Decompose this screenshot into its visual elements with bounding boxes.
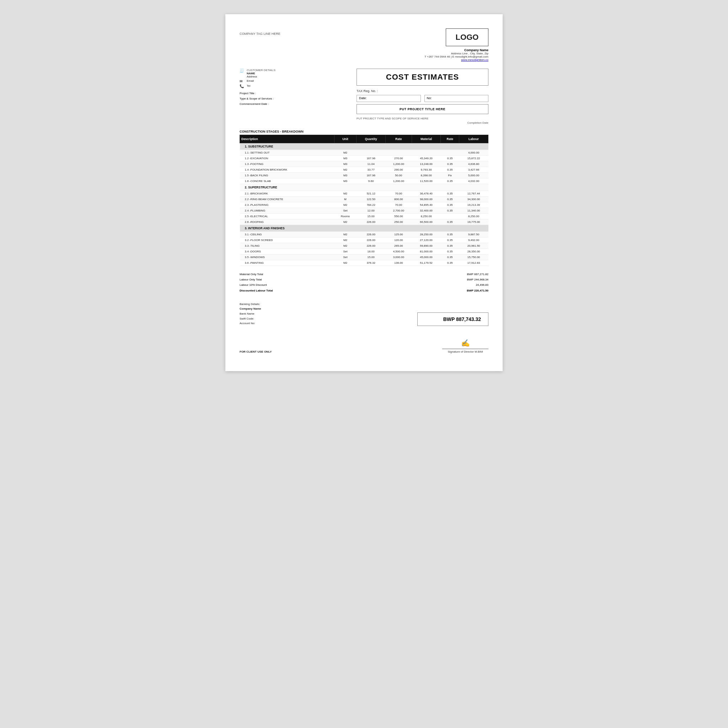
cost-estimates-title: COST ESTIMATES	[361, 72, 485, 82]
th-rate2: Rate	[441, 135, 459, 143]
th-quantity: Quantity	[356, 135, 386, 143]
grand-total-value: BWP 887,743.32	[443, 317, 481, 322]
main-content: 🧾 CUSTOMER DETAILS: NAME Address ✉ Email…	[240, 69, 488, 125]
no-field[interactable]: No:	[424, 95, 488, 102]
banking-bank: Bank Name	[240, 311, 261, 317]
grand-total-section: BWP 887,743.32	[418, 310, 488, 326]
tax-reg: TAX Reg. No. :	[356, 89, 488, 93]
table-row: 3.2 -FLOOR SCREEDM2226.00120.0027,120.00…	[240, 237, 488, 243]
section-header: 2. SUPERSTRUCTURE	[240, 184, 488, 191]
email-icon: ✉	[240, 79, 245, 83]
th-unit: Unit	[334, 135, 356, 143]
table-row: 1.6 -CONCRE SLABM39.601,200.0011,520.000…	[240, 179, 488, 184]
email-label: Email	[247, 79, 254, 83]
material-total-label: Material Only Total	[240, 272, 273, 277]
discounted-labour-value: BWP 220,471.50	[467, 288, 488, 293]
for-client-label: FOR CLIENT USE ONLY	[240, 350, 272, 353]
project-title-box: PUT PROJECT TITLE HERE	[356, 104, 488, 114]
labour-total-value: BWP 244,968.34	[467, 277, 488, 282]
table-row: 3.4 -DOORSSet18.004,500.0081,000.000.352…	[240, 249, 488, 254]
date-no-row: Date: No:	[356, 95, 488, 102]
project-type-label: Type & Scope of Services :	[240, 97, 349, 100]
email-row: ✉ Email	[240, 79, 349, 83]
discount-label: Labour 10% Discount	[240, 282, 273, 288]
table-section: CONSTRUCTION STAGES - BREAKDOWN Descript…	[240, 130, 488, 266]
customer-label-row: 🧾 CUSTOMER DETAILS: NAME Address	[240, 69, 349, 78]
tel-row: 📞 Tel	[240, 84, 349, 88]
company-website: www.mesolightbim.co	[424, 58, 488, 61]
tagline-block: COMPANY TAG LINE HERE	[240, 28, 280, 35]
construction-label: CONSTRUCTION STAGES - BREAKDOWN	[240, 130, 488, 133]
tagline: COMPANY TAG LINE HERE	[240, 32, 280, 35]
banking-block: Banking Details: Company Name Bank Name …	[240, 302, 261, 326]
discount-value: 24,496.83	[467, 282, 488, 288]
table-row: 2.5 -ELECTRICALRooms15.00550.008,250.008…	[240, 214, 488, 219]
project-title-label: Project Title :	[240, 92, 349, 95]
completion-label: Completion Date	[356, 121, 488, 124]
table-row: 3.1 -CEILINGM2226.00125.0028,250.000.359…	[240, 232, 488, 237]
banking-grand-row: Banking Details: Company Name Bank Name …	[240, 297, 488, 326]
material-total-value: BWP 667,271.82	[467, 272, 488, 277]
table-header-row: Description Unit Quantity Rate Material …	[240, 135, 488, 143]
customer-address: Address	[247, 75, 257, 78]
table-row: 2.6 -ROOFINGM2226.00250.0066,500.000.351…	[240, 219, 488, 225]
phone-icon: 📞	[240, 84, 245, 88]
th-rate1: Rate	[385, 135, 411, 143]
signature-label: Signature of Director M.BIM	[442, 350, 488, 353]
th-labour: Labour	[459, 135, 488, 143]
company-info: LOGO Company Name Address Line , City, S…	[424, 28, 488, 61]
totals-right: BWP 667,271.82 BWP 244,968.34 24,496.83 …	[467, 272, 488, 293]
section-header: 1. SUBSTRUCTURE	[240, 143, 488, 150]
cost-estimates-box: COST ESTIMATES	[356, 69, 488, 86]
table-row: 1.5 -BACK FILINGM3167.9650.008,398.00Fix…	[240, 173, 488, 179]
discounted-labour-label: Discounted Labour Total	[240, 288, 273, 293]
signature-block: ✍ Signature of Director M.BIM	[442, 339, 488, 353]
table-row: 1.4 -FOUNDATION BRICKWORKM233.77290.009,…	[240, 167, 488, 173]
th-material: Material	[411, 135, 441, 143]
table-row: 1.2 -EXCAVATIONM3167.96270.0045,349.200.…	[240, 156, 488, 161]
table-row: 2.2 -RING BEAM CONCRETEM122.50800.0098,0…	[240, 197, 488, 202]
grand-total-box: BWP 887,743.32	[418, 312, 488, 326]
table-row: 2.1 -BRICKWORKM2521.1270.0036,478.400.35…	[240, 191, 488, 197]
project-type-value: PUT PROJECT TYPE AND SCOPE OF SERVICE HE…	[356, 117, 488, 120]
customer-label: CUSTOMER DETAILS: NAME Address	[247, 69, 276, 78]
company-name: Company Name	[424, 48, 488, 52]
table-row: 1.1 -SETTING OUTM24,000.00	[240, 150, 488, 156]
th-description: Description	[240, 135, 335, 143]
header: COMPANY TAG LINE HERE LOGO Company Name …	[240, 28, 488, 61]
table-row: 3.5 -WINDOWSSet15.003,000.0045,000.000.3…	[240, 254, 488, 260]
customer-icon: 🧾	[240, 69, 245, 72]
banking-company: Company Name	[240, 306, 261, 311]
title-block: COST ESTIMATES TAX Reg. No. : Date: No: …	[356, 69, 488, 125]
commencement-label: Commencement Date :	[240, 102, 349, 106]
company-address: Address Line , City, State, Zip	[424, 52, 488, 55]
cost-table: Description Unit Quantity Rate Material …	[240, 135, 488, 266]
table-row: 3.6 -PAINTINGM2376.32136.0051,179.520.35…	[240, 260, 488, 266]
company-contact: T +267 744 0944 46 | E mesolight.info@gm…	[424, 55, 488, 58]
table-row: 2.3 -PLASTERINGM2784.2270.0054,895.400.3…	[240, 202, 488, 208]
date-field[interactable]: Date:	[356, 95, 421, 102]
table-row: 3.3 -TILINGM2226.00265.0059,890.000.3520…	[240, 243, 488, 249]
table-row: 2.4 -PLUMBINGSet12.002,700.0032,400.000.…	[240, 208, 488, 214]
project-title-value: PUT PROJECT TITLE HERE	[399, 107, 445, 111]
totals-wrapper: Material Only Total Labour Only Total La…	[240, 272, 488, 293]
banking-account: Account No:	[240, 321, 261, 326]
signature-graphic: ✍	[442, 339, 488, 347]
signature-line	[442, 349, 488, 349]
signature-row: FOR CLIENT USE ONLY ✍ Signature of Direc…	[240, 332, 488, 353]
totals-left: Material Only Total Labour Only Total La…	[240, 272, 273, 293]
customer-name: NAME	[247, 72, 276, 75]
section-header: 3. INTERIOR AND FINISHES	[240, 225, 488, 232]
banking-label: Banking Details:	[240, 302, 261, 307]
logo: LOGO	[446, 28, 488, 46]
table-row: 1.3 -FOOTINGM311.041,200.0013,248.000.35…	[240, 161, 488, 167]
labour-total-label: Labour Only Total	[240, 277, 273, 282]
banking-swift: Swift Code:	[240, 317, 261, 321]
document-page: COMPANY TAG LINE HERE LOGO Company Name …	[225, 14, 503, 371]
customer-block: 🧾 CUSTOMER DETAILS: NAME Address ✉ Email…	[240, 69, 349, 125]
tel-label: Tel	[247, 84, 250, 87]
